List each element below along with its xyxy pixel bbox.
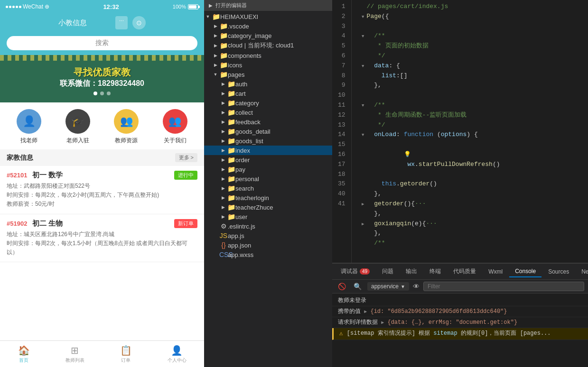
devtab-sources[interactable]: Sources: [542, 266, 575, 277]
log-3-text: 请求到详情数据 ▶ {data: {…}, errMsg: "document.…: [338, 318, 517, 327]
root-folder[interactable]: ▼ 📁 HEIMAXUEXI: [204, 12, 332, 21]
log-2-arrow[interactable]: ▶: [364, 309, 367, 314]
console-log-2: 携带的值 ▶ {id: "6d85a2b96288872905d6fd8613d…: [332, 306, 588, 317]
collect-name: collect: [235, 109, 332, 116]
devtab-network[interactable]: Network: [576, 266, 588, 277]
tutor-card-1[interactable]: #52101 初一 数学 进行中 地址：武都路景阳楼正对面522号 时间安排：每…: [0, 166, 204, 214]
tree-item-order[interactable]: ▶ 📁 order: [204, 155, 332, 165]
phone-header-icons[interactable]: ··· ⊙: [115, 16, 146, 29]
tree-item-category-image[interactable]: ▶ 📁 category_image: [204, 31, 332, 40]
code-line-35: },: [359, 209, 580, 219]
fold-14[interactable]: ▼: [359, 130, 367, 138]
tutor-card-2[interactable]: #51902 初二 生物 新订单 地址：城关区雁北路126号中广宜景湾.尚城 时…: [0, 214, 204, 263]
icon-find-teacher[interactable]: 👤 找老师: [17, 109, 41, 145]
tree-item-pages[interactable]: ▼ 📁 pages: [204, 70, 332, 79]
index-icon: 📁: [227, 147, 235, 154]
tree-item-appwxss[interactable]: CSS app.wxss: [204, 250, 332, 259]
card-2-detail: 地址：城关区雁北路126号中广宜景湾.尚城 时间安排：每周2次，每次1.5小时（…: [7, 230, 197, 257]
goods-list-name: goods_list: [235, 138, 332, 145]
tree-item-auth[interactable]: ▶ 📁 auth: [204, 79, 332, 89]
nav-home[interactable]: 🏠 首页: [18, 345, 30, 364]
tree-item-appjs[interactable]: JS app.js: [204, 231, 332, 240]
banner-dot-2[interactable]: [100, 92, 104, 95]
tree-item-vscode[interactable]: ▶ 📁 .vscode: [204, 21, 332, 31]
log-3-arrow[interactable]: ▶: [381, 320, 384, 325]
camera-button[interactable]: ⊙: [132, 16, 146, 29]
nav-teachers[interactable]: ⊞ 教师列表: [65, 345, 84, 364]
tree-item-category[interactable]: ▶ 📁 category: [204, 98, 332, 108]
devtab-issues[interactable]: 问题: [376, 266, 399, 277]
search-arrow: ▶: [219, 186, 227, 191]
components-arrow: ▶: [212, 53, 219, 58]
fold-11[interactable]: ▼: [359, 101, 367, 109]
status-right: 100%: [173, 4, 198, 9]
appjson-file-icon: {}: [219, 241, 228, 249]
context-selector[interactable]: appservice ▼: [367, 282, 409, 291]
tree-item-feedback[interactable]: ▶ 📁 feedback: [204, 117, 332, 127]
devtab-code-quality[interactable]: 代码质量: [448, 266, 482, 277]
tree-item-goods-detail[interactable]: ▶ 📁 goods_detail: [204, 127, 332, 136]
tree-item-icons[interactable]: ▶ 📁 icons: [204, 60, 332, 70]
filter-button[interactable]: 🔍: [352, 282, 364, 291]
icon-teacher-resources[interactable]: 👥 教师资源: [114, 109, 139, 145]
open-editors-header[interactable]: ▶ 打开的编辑器: [204, 0, 332, 11]
debugger-badge: 49: [360, 268, 370, 275]
code-content[interactable]: // pages/cart/index.js ▼ Page({ ▼ /** * …: [352, 0, 588, 263]
tree-item-appjson[interactable]: {} app.json: [204, 240, 332, 250]
warn-icon: ⚠: [339, 329, 343, 339]
filter-input[interactable]: [423, 282, 584, 291]
icon-about-us[interactable]: 👥 关于我们: [163, 109, 187, 145]
fold-18[interactable]: ▶: [359, 199, 367, 208]
code-line-11: ▼ /**: [359, 101, 580, 110]
nav-profile[interactable]: 👤 个人中心: [168, 345, 187, 364]
tree-item-search[interactable]: ▶ 📁 search: [204, 184, 332, 193]
tree-item-eslintrc[interactable]: ⚙ .eslintrc.js: [204, 221, 332, 231]
more-button[interactable]: 更多 >: [175, 153, 197, 162]
tree-item-collect[interactable]: ▶ 📁 collect: [204, 108, 332, 117]
tree-item-teacherzhuce[interactable]: ▶ 📁 teacherZhuce: [204, 202, 332, 212]
phone-icon-grid: 👤 找老师 🎓 老师入驻 👥 教师资源 👥 关于我们: [0, 102, 204, 149]
code-line-9: },: [359, 81, 580, 91]
fold-2[interactable]: ▼: [359, 12, 367, 20]
phone-header-title: 小教信息: [58, 18, 87, 28]
phone-header: 小教信息 ··· ⊙: [0, 13, 204, 33]
icon-teacher-register[interactable]: 🎓 老师入驻: [65, 109, 90, 145]
user-icon: 📁: [227, 213, 235, 220]
order-icon: 📁: [227, 156, 235, 164]
fold-7[interactable]: ▼: [359, 61, 367, 70]
tree-item-pay[interactable]: ▶ 📁 pay: [204, 165, 332, 174]
tree-item-personal[interactable]: ▶ 📁 personal: [204, 174, 332, 184]
tree-item-cart[interactable]: ▶ 📁 cart: [204, 89, 332, 98]
tree-item-cloud[interactable]: ▶ 📁 cloud | 当前环境: cloud1: [204, 40, 332, 51]
devtab-terminal[interactable]: 终端: [424, 266, 447, 277]
tree-item-components[interactable]: ▶ 📁 components: [204, 51, 332, 60]
tutor-section-header: 家教信息 更多 >: [0, 149, 204, 166]
code-line-18: ▶ getorder(){···: [359, 199, 580, 209]
devtab-wxml[interactable]: Wxml: [483, 266, 508, 277]
pay-icon: 📁: [227, 165, 235, 173]
menu-dots-button[interactable]: ···: [115, 16, 128, 29]
banner-dot-3[interactable]: [107, 92, 111, 95]
phone-banner: 寻找优质家教 联系微信：18298324480: [0, 55, 204, 102]
banner-dot-1[interactable]: [93, 92, 97, 95]
banner-decoration: [0, 55, 204, 61]
fold-1[interactable]: [359, 2, 367, 4]
appjs-file-icon: JS: [219, 232, 228, 239]
clear-console-button[interactable]: 🚫: [336, 282, 348, 291]
tree-item-index[interactable]: ▶ 📁 index: [204, 146, 332, 155]
devtab-debugger[interactable]: 调试器49: [335, 266, 375, 277]
tree-item-teacherlogin[interactable]: ▶ 📁 teacherlogin: [204, 193, 332, 202]
nav-orders[interactable]: 📋 订单: [120, 345, 132, 364]
card-2-badge: 新订单: [174, 219, 197, 228]
devtab-output[interactable]: 输出: [400, 266, 423, 277]
order-arrow: ▶: [219, 157, 227, 162]
eye-button[interactable]: 👁: [413, 283, 420, 290]
banner-subtitle: 联系微信：18298324480: [60, 79, 144, 89]
fold-4[interactable]: ▼: [359, 31, 367, 40]
devtab-console[interactable]: Console: [509, 266, 541, 277]
fold-40[interactable]: ▶: [359, 219, 367, 228]
search-input[interactable]: 搜索: [7, 36, 197, 50]
tree-item-goods-list[interactable]: ▶ 📁 goods_list: [204, 136, 332, 146]
tree-item-user[interactable]: ▶ 📁 user: [204, 212, 332, 221]
cat-img-icon: 📁: [219, 32, 228, 39]
